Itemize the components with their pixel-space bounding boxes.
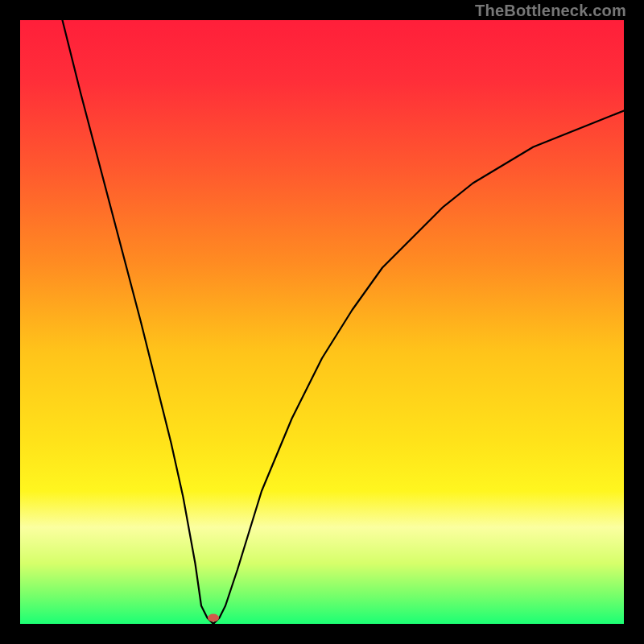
bottleneck-chart: [20, 20, 624, 624]
watermark-text: TheBottleneck.com: [475, 2, 626, 20]
optimum-marker: [208, 614, 219, 622]
plot-area: [20, 20, 624, 624]
gradient-background: [20, 20, 624, 624]
chart-frame: TheBottleneck.com: [0, 0, 644, 644]
